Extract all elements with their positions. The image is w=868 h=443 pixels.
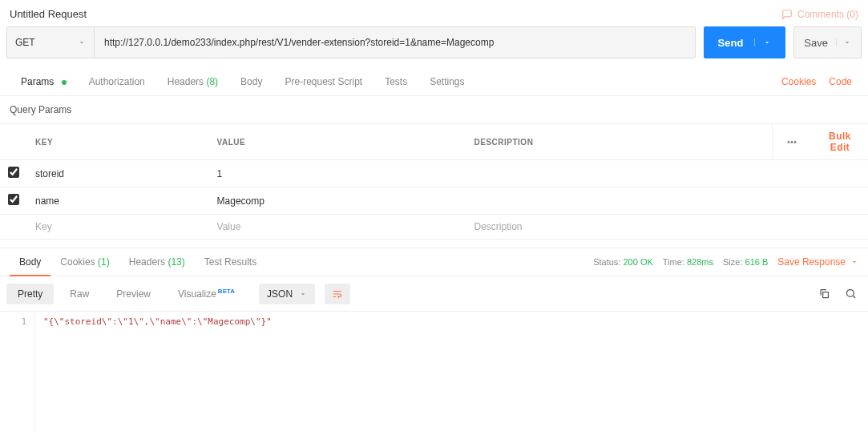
- row-checkbox[interactable]: [8, 167, 19, 178]
- tab-body[interactable]: Body: [229, 68, 273, 95]
- col-more[interactable]: •••: [772, 124, 812, 160]
- comments-button[interactable]: Comments (0): [781, 9, 858, 20]
- col-description: DESCRIPTION: [466, 124, 772, 160]
- url-value: http://127.0.0.1/demo233/index.php/rest/…: [104, 37, 494, 48]
- col-key: KEY: [27, 124, 209, 160]
- viewer-tab-pretty[interactable]: Pretty: [6, 284, 54, 304]
- save-dropdown[interactable]: [836, 38, 851, 46]
- tab-prerequest[interactable]: Pre-request Script: [273, 68, 373, 95]
- line-number: 1: [0, 312, 35, 431]
- tab-tests[interactable]: Tests: [373, 68, 418, 95]
- resp-tab-headers[interactable]: Headers (13): [119, 248, 195, 276]
- method-value: GET: [15, 37, 35, 48]
- row-checkbox[interactable]: [8, 194, 19, 205]
- table-row: storeid 1: [0, 160, 868, 187]
- resp-tab-cookies-label: Cookies: [60, 256, 95, 268]
- resp-tab-cookies-count: (1): [98, 256, 110, 268]
- viewer-tab-visualize-label: Visualize: [178, 288, 216, 300]
- cell-desc[interactable]: [466, 160, 772, 187]
- chevron-down-icon: [850, 258, 858, 266]
- viewer-tab-visualize[interactable]: VisualizeBETA: [167, 283, 246, 304]
- method-select[interactable]: GET: [6, 26, 95, 58]
- query-params-section-label: Query Params: [0, 96, 868, 123]
- chevron-down-icon: [763, 38, 771, 46]
- query-params-table: KEY VALUE DESCRIPTION ••• Bulk Edit stor…: [0, 123, 868, 240]
- resp-tab-testresults[interactable]: Test Results: [195, 248, 266, 276]
- table-row: name Magecomp: [0, 187, 868, 215]
- save-button[interactable]: Save: [793, 26, 862, 58]
- request-title: Untitled Request: [10, 8, 87, 20]
- response-body-viewer: 1 "{\"storeid\":\"1\",\"name\":\"Magecom…: [0, 311, 868, 431]
- format-select[interactable]: JSON: [259, 284, 315, 304]
- copy-icon: [818, 288, 830, 300]
- resp-tab-body[interactable]: Body: [10, 248, 50, 276]
- params-dot-indicator: [62, 80, 67, 85]
- time-value: 828ms: [687, 257, 713, 267]
- comment-icon: [781, 9, 793, 20]
- code-link[interactable]: Code: [822, 68, 858, 95]
- comments-label: Comments (0): [797, 9, 858, 20]
- search-icon: [845, 288, 857, 300]
- viewer-tab-preview[interactable]: Preview: [105, 284, 162, 304]
- viewer-tab-raw[interactable]: Raw: [59, 284, 100, 304]
- tab-headers[interactable]: Headers (8): [156, 68, 229, 95]
- wrap-icon: [331, 288, 344, 300]
- tab-headers-count: (8): [206, 76, 218, 87]
- tab-params[interactable]: Params: [10, 68, 78, 95]
- resp-tab-headers-count: (13): [168, 256, 184, 268]
- response-body-content[interactable]: "{\"storeid\":\"1\",\"name\":\"Magecomp\…: [35, 312, 280, 431]
- chevron-down-icon: [78, 38, 86, 46]
- cell-key[interactable]: name: [27, 187, 209, 215]
- cell-key[interactable]: storeid: [27, 160, 209, 187]
- tab-headers-label: Headers: [168, 76, 204, 87]
- wrap-button[interactable]: [325, 284, 350, 304]
- chevron-down-icon: [843, 38, 851, 46]
- size-value: 616 B: [745, 257, 769, 267]
- format-value: JSON: [267, 288, 293, 300]
- send-button[interactable]: Send: [704, 26, 786, 58]
- tab-settings[interactable]: Settings: [418, 68, 475, 95]
- cell-desc[interactable]: [466, 187, 772, 215]
- url-input[interactable]: http://127.0.0.1/demo233/index.php/rest/…: [95, 26, 696, 58]
- col-value: VALUE: [209, 124, 466, 160]
- col-checkbox: [0, 124, 27, 160]
- bulk-edit-link[interactable]: Bulk Edit: [829, 131, 851, 153]
- save-response-button[interactable]: Save Response: [777, 256, 858, 268]
- cookies-link[interactable]: Cookies: [775, 68, 822, 95]
- search-button[interactable]: [840, 283, 862, 304]
- svg-rect-0: [823, 292, 829, 298]
- cell-value[interactable]: Magecomp: [209, 187, 466, 215]
- cell-value-placeholder[interactable]: Value: [209, 215, 466, 240]
- cell-key-placeholder[interactable]: Key: [27, 215, 209, 240]
- chevron-down-icon: [299, 290, 307, 298]
- resp-tab-headers-label: Headers: [129, 256, 165, 268]
- cell-value[interactable]: 1: [209, 160, 466, 187]
- size-label: Size:: [723, 257, 742, 267]
- save-response-label: Save Response: [777, 256, 846, 268]
- tab-authorization[interactable]: Authorization: [78, 68, 156, 95]
- resp-tab-cookies[interactable]: Cookies (1): [50, 248, 119, 276]
- copy-button[interactable]: [813, 283, 835, 304]
- tab-params-label: Params: [21, 76, 54, 87]
- send-dropdown[interactable]: [754, 38, 771, 46]
- response-meta: Status: 200 OK Time: 828ms Size: 616 B: [593, 257, 768, 267]
- beta-badge: BETA: [218, 288, 235, 295]
- send-label: Send: [718, 37, 744, 49]
- time-label: Time:: [663, 257, 684, 267]
- cell-desc-placeholder[interactable]: Description: [466, 215, 772, 240]
- status-label: Status:: [593, 257, 620, 267]
- status-value: 200 OK: [623, 257, 652, 267]
- save-label: Save: [804, 37, 828, 49]
- svg-point-1: [847, 290, 854, 297]
- table-row-new: Key Value Description: [0, 215, 868, 240]
